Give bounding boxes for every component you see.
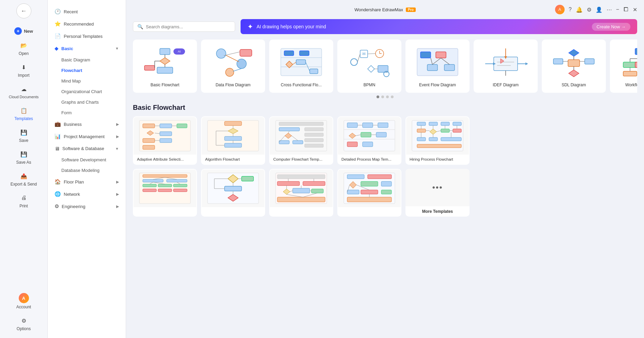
dot-4[interactable] xyxy=(391,95,394,98)
template-card-t9[interactable] xyxy=(337,169,401,217)
diagram-card-workflow[interactable]: Workflow Diagram xyxy=(610,40,637,93)
tcard-label-t9 xyxy=(338,207,401,212)
nav-sub-flowchart[interactable]: Flowchart xyxy=(48,65,126,76)
sidebar-item-new[interactable]: + New xyxy=(0,25,47,38)
nav-sub-graphs[interactable]: Graphs and Charts xyxy=(48,97,126,107)
nav-sub-database[interactable]: Database Modeling xyxy=(48,165,126,176)
tcard-img-computer xyxy=(270,117,333,155)
sidebar-item-import[interactable]: ⬇ Import xyxy=(0,59,47,81)
search-bar[interactable]: 🔍 xyxy=(133,21,235,32)
svg-rect-60 xyxy=(568,60,580,67)
notification-icon[interactable]: 🔔 xyxy=(576,6,583,13)
minimize-button[interactable]: − xyxy=(616,6,619,13)
diagram-card-bpmn[interactable]: ✉ BPMN xyxy=(337,40,401,93)
app-title: Wondershare EdrawMax xyxy=(354,7,403,12)
more-templates-card[interactable]: ••• More Templates xyxy=(405,169,470,217)
nav-section-software[interactable]: 🖥 Software & Database ▼ xyxy=(48,143,126,155)
svg-rect-65 xyxy=(585,59,594,64)
nav-section-network[interactable]: 🌐 Network ▶ xyxy=(48,188,126,200)
nav-sub-basic-diagram[interactable]: Basic Diagram xyxy=(48,55,126,65)
template-card-computer[interactable]: Computer Flowchart Temp... xyxy=(269,116,333,165)
nav-section-basic[interactable]: ◆ Basic ▼ xyxy=(48,42,126,55)
help-icon[interactable]: ? xyxy=(569,6,572,13)
tcard-label-detailed: Detailed Process Map Tem... xyxy=(338,155,401,164)
nav-sub-mind-map[interactable]: Mind Map xyxy=(48,76,126,86)
ai-banner[interactable]: ✦ AI drawing helps open your mind Create… xyxy=(241,19,637,34)
recommended-icon: ⭐ xyxy=(55,21,61,27)
search-input[interactable] xyxy=(146,24,231,29)
template-card-detailed[interactable]: Detailed Process Map Tem... xyxy=(337,116,401,165)
svg-text:✉: ✉ xyxy=(362,52,366,56)
svg-rect-144 xyxy=(453,122,461,126)
tcard-img-t7 xyxy=(202,170,264,207)
tcard-img-adaptive xyxy=(134,117,196,155)
diagram-card-event-flow[interactable]: Event Flow Diagram xyxy=(405,40,470,93)
svg-rect-187 xyxy=(242,176,254,181)
sidebar-item-print[interactable]: 🖨 Print xyxy=(0,190,47,212)
back-button[interactable]: ← xyxy=(16,3,31,18)
nav-section-business[interactable]: 💼 Business ▶ xyxy=(48,118,126,130)
settings-icon[interactable]: ⚙ xyxy=(587,6,592,13)
engineering-icon: ⚙ xyxy=(55,203,59,209)
open-icon: 📂 xyxy=(19,41,28,50)
svg-rect-74 xyxy=(623,62,637,68)
svg-rect-214 xyxy=(347,197,392,202)
template-card-adaptive[interactable]: Adaptive Attribute Selecti... xyxy=(133,116,197,165)
top-row: 🔍 ✦ AI drawing helps open your mind Crea… xyxy=(133,19,637,34)
template-card-t8[interactable] xyxy=(269,169,333,217)
svg-rect-2 xyxy=(157,67,173,73)
sidebar-item-account[interactable]: A Account xyxy=(0,290,47,313)
card-label-workflow: Workflow Diagram xyxy=(615,83,637,87)
template-card-t6[interactable] xyxy=(133,169,197,217)
card-label-idef: IDEF Diagram xyxy=(479,83,532,87)
nav-item-recent[interactable]: 🕐 Recent xyxy=(48,5,126,18)
close-button[interactable]: ✕ xyxy=(633,6,637,13)
template-card-t7[interactable] xyxy=(201,169,265,217)
template-card-algorithm[interactable]: Algorithm Flowchart xyxy=(201,116,265,165)
nav-section-engineering[interactable]: ⚙ Engineering ▶ xyxy=(48,200,126,212)
diagram-card-cross-functional[interactable]: Cross Functional Flo... xyxy=(269,40,333,93)
svg-rect-91 xyxy=(143,138,155,143)
diagram-card-sdl[interactable]: SDL Diagram xyxy=(542,40,606,93)
diagram-card-basic-flowchart[interactable]: AI Basic Flowchart xyxy=(133,40,197,93)
nav-item-recommended[interactable]: ⭐ Recommended xyxy=(48,18,126,30)
nav-sub-software-dev[interactable]: Software Development xyxy=(48,155,126,165)
tcard-img-t6 xyxy=(134,170,196,207)
card-label-event-flow: Event Flow Diagram xyxy=(411,83,464,87)
template-card-hiring[interactable]: Hiring Process Flowchart xyxy=(405,116,470,165)
sidebar-item-export[interactable]: 📤 Export & Send xyxy=(0,168,47,190)
templates-icon: 📋 xyxy=(19,106,28,115)
nav-section-project[interactable]: 📊 Project Management ▶ xyxy=(48,130,126,143)
sidebar-item-save-as[interactable]: 💾 Save As xyxy=(0,146,47,168)
avatar-top: A xyxy=(555,5,565,14)
diagram-card-idef[interactable]: IDEF Diagram xyxy=(474,40,538,93)
svg-marker-1 xyxy=(160,58,170,64)
svg-rect-96 xyxy=(177,124,187,128)
nav-section-floor-plan[interactable]: 🏠 Floor Plan ▶ xyxy=(48,176,126,188)
sidebar-item-templates[interactable]: 📋 Templates xyxy=(0,103,47,124)
nav-item-personal[interactable]: 📄 Personal Templates xyxy=(48,30,126,42)
sidebar-item-save[interactable]: 💾 Save xyxy=(0,124,47,146)
svg-rect-44 xyxy=(444,64,455,71)
user-icon[interactable]: 👤 xyxy=(596,6,602,13)
tcard-label-t8 xyxy=(270,207,333,212)
dot-3[interactable] xyxy=(386,95,389,98)
nav-recent-label: Recent xyxy=(64,9,78,14)
svg-rect-167 xyxy=(143,184,156,187)
save-as-icon: 💾 xyxy=(19,150,28,159)
dot-2[interactable] xyxy=(381,95,384,98)
maximize-button[interactable]: ⧠ xyxy=(623,6,629,13)
sidebar-item-options[interactable]: ⚙ Options xyxy=(0,313,47,335)
svg-line-16 xyxy=(224,52,240,56)
sidebar-item-cloud[interactable]: ☁ Cloud Documents xyxy=(0,81,47,103)
nav-sub-org-chart[interactable]: Organizational Chart xyxy=(48,86,126,97)
svg-rect-135 xyxy=(363,142,373,147)
ai-create-button[interactable]: Create Now → xyxy=(592,23,630,31)
sidebar-item-open[interactable]: 📂 Open xyxy=(0,38,47,59)
more-icon[interactable]: ⋯ xyxy=(607,6,612,13)
nav-sub-form[interactable]: Form xyxy=(48,107,126,118)
svg-rect-0 xyxy=(160,48,170,55)
dot-1[interactable] xyxy=(377,95,379,98)
svg-rect-75 xyxy=(635,62,637,68)
diagram-card-data-flow[interactable]: Data Flow Diagram xyxy=(201,40,265,93)
